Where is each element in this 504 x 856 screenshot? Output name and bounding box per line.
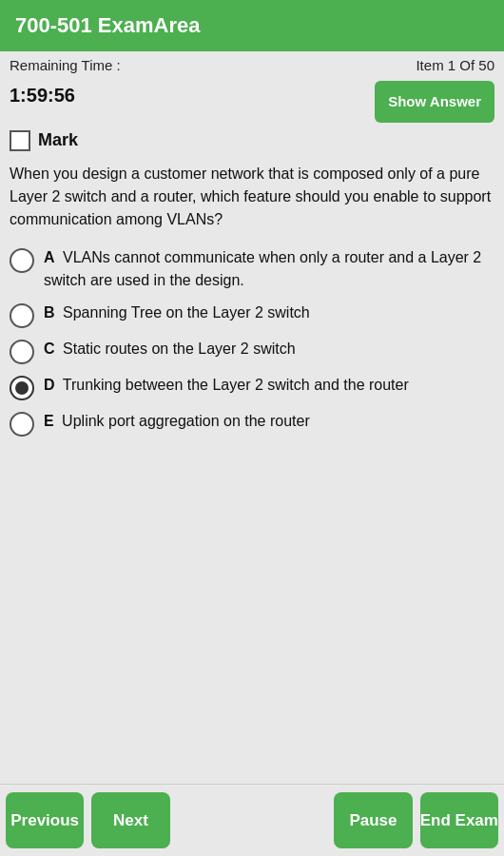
options-list: A VLANs cannot communicate when only a r… — [10, 246, 494, 437]
mark-label: Mark — [38, 130, 78, 150]
option-d-text: D Trunking between the Layer 2 switch an… — [44, 374, 494, 397]
option-b[interactable]: B Spanning Tree on the Layer 2 switch — [10, 302, 494, 328]
item-counter: Item 1 Of 50 — [416, 57, 494, 73]
radio-a[interactable] — [10, 248, 34, 273]
option-c[interactable]: C Static routes on the Layer 2 switch — [10, 338, 494, 364]
app-header: 700-501 ExamArea — [0, 0, 504, 51]
previous-button[interactable]: Previous — [6, 792, 84, 848]
show-answer-button[interactable]: Show Answer — [375, 81, 494, 123]
mark-checkbox[interactable] — [10, 130, 30, 151]
option-e-text: E Uplink port aggregation on the router — [44, 410, 494, 433]
timer-row: 1:59:56 Show Answer — [10, 81, 494, 123]
radio-d-inner — [15, 381, 29, 395]
next-button[interactable]: Next — [91, 792, 169, 848]
option-a-text: A VLANs cannot communicate when only a r… — [44, 246, 494, 292]
content-area: 1:59:56 Show Answer Mark When you design… — [0, 75, 504, 784]
radio-e[interactable] — [10, 412, 34, 437]
timer-display: 1:59:56 — [10, 81, 75, 107]
radio-c[interactable] — [10, 340, 34, 364]
option-b-text: B Spanning Tree on the Layer 2 switch — [44, 302, 494, 324]
pause-button[interactable]: Pause — [334, 792, 412, 848]
header-title: 700-501 ExamArea — [15, 13, 200, 37]
remaining-time-label: Remaining Time : — [10, 57, 121, 73]
meta-row: Remaining Time : Item 1 Of 50 — [0, 51, 504, 75]
footer-spacer — [174, 785, 331, 856]
radio-d[interactable] — [10, 376, 34, 400]
footer: Previous Next Pause End Exam — [0, 784, 504, 856]
mark-row[interactable]: Mark — [10, 130, 494, 151]
radio-b[interactable] — [10, 303, 34, 328]
option-a[interactable]: A VLANs cannot communicate when only a r… — [10, 246, 494, 292]
option-e[interactable]: E Uplink port aggregation on the router — [10, 410, 494, 437]
option-c-text: C Static routes on the Layer 2 switch — [44, 338, 494, 360]
option-d[interactable]: D Trunking between the Layer 2 switch an… — [10, 374, 494, 400]
question-text: When you design a customer network that … — [10, 163, 494, 231]
end-exam-button[interactable]: End Exam — [420, 792, 498, 848]
